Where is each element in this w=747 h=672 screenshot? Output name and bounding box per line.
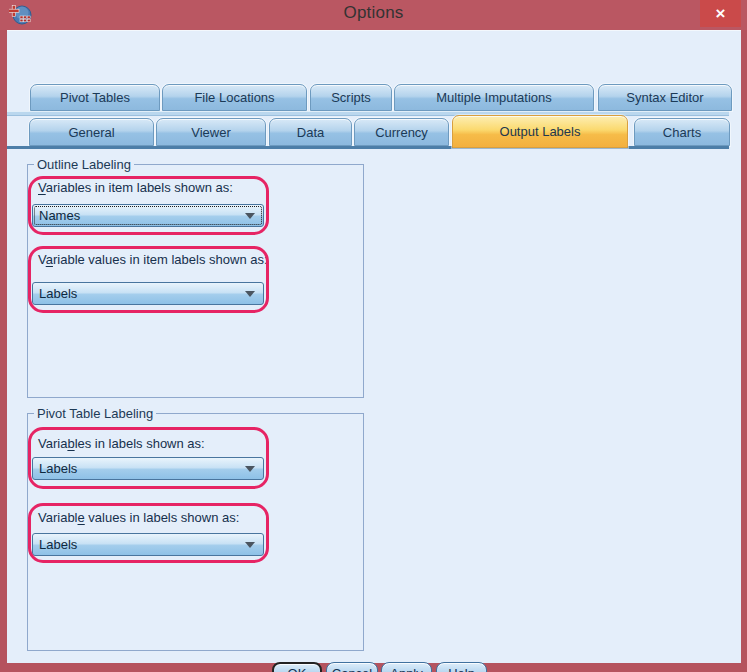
dropdown-variable-values-in-labels[interactable]: Labels [32,533,264,556]
dropdown-arrow-icon [245,291,255,297]
group-outline-labeling: Outline Labeling [27,164,364,398]
ok-button[interactable]: OK [272,662,322,672]
close-icon: × [716,5,726,22]
tab-viewer[interactable]: Viewer [156,118,266,146]
dropdown-arrow-icon [245,213,255,219]
window-title: Options [0,3,747,23]
dialog-content: Pivot Tables File Locations Scripts Mult… [7,30,741,663]
tab-general[interactable]: General [29,118,154,146]
label-variable-values-in-labels: Variable values in labels shown as: [38,510,239,525]
title-bar: Options × [0,0,747,30]
dropdown-selected-value: Labels [39,534,77,555]
options-dialog-window: Options × Pivot Tables File Locations Sc… [0,0,747,672]
tab-currency[interactable]: Currency [354,118,449,146]
group-legend: Outline Labeling [34,157,134,172]
tab-data[interactable]: Data [269,118,352,146]
dropdown-selected-value: Labels [39,458,77,479]
dropdown-selected-value: Labels [39,283,77,304]
cancel-button[interactable]: Cancel [326,662,378,672]
dropdown-variables-in-item-labels[interactable]: Names [32,204,264,227]
tab-file-locations[interactable]: File Locations [162,84,307,111]
dropdown-variable-values-in-item-labels[interactable]: Labels [32,282,264,305]
dropdown-variables-in-labels[interactable]: Labels [32,457,264,480]
help-button[interactable]: Help [436,662,487,672]
tab-syntax-editor[interactable]: Syntax Editor [598,84,732,111]
dropdown-arrow-icon [245,466,255,472]
apply-button[interactable]: Apply [381,662,432,672]
group-legend: Pivot Table Labeling [34,406,156,421]
tab-scripts[interactable]: Scripts [310,84,392,111]
close-button[interactable]: × [700,0,741,27]
dropdown-arrow-icon [245,542,255,548]
tab-output-labels[interactable]: Output Labels [452,115,628,148]
tab-multiple-imputations[interactable]: Multiple Imputations [394,84,594,111]
dropdown-selected-value: Names [39,205,80,226]
tab-pivot-tables[interactable]: Pivot Tables [30,84,160,111]
label-variable-values-in-item-labels: Variable values in item labels shown as: [38,252,268,267]
label-variables-in-labels: Variables in labels shown as: [38,436,205,451]
tab-charts[interactable]: Charts [634,118,730,146]
label-variables-in-item-labels: Variables in item labels shown as: [38,180,233,195]
